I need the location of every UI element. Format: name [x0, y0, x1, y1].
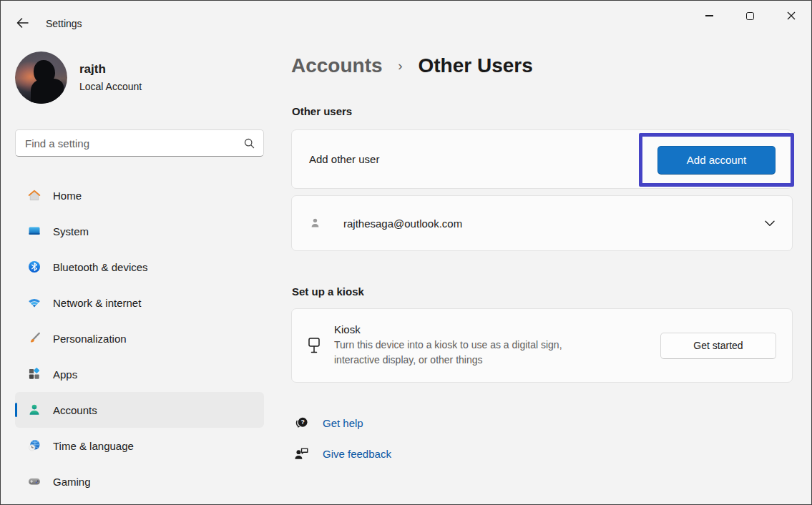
kiosk-heading: Set up a kiosk [292, 285, 364, 298]
sidebar-item-home[interactable]: Home [15, 177, 264, 213]
avatar [15, 52, 67, 104]
sidebar-item-label: Network & internet [53, 297, 141, 309]
profile-subtitle: Local Account [79, 81, 142, 92]
account-row[interactable]: rajthesaga@outlook.com [291, 195, 793, 251]
kiosk-description: Turn this device into a kiosk to use as … [334, 338, 600, 368]
annotation-highlight-box: Add account [639, 133, 794, 187]
get-started-button[interactable]: Get started [660, 333, 776, 359]
footer-links: ? Get help Give feedback [293, 414, 391, 476]
system-icon [27, 224, 41, 238]
kiosk-text-block: Kiosk Turn this device into a kiosk to u… [334, 323, 600, 368]
sidebar-item-label: System [53, 225, 89, 237]
give-feedback-row: Give feedback [293, 445, 391, 462]
add-account-button[interactable]: Add account [657, 146, 776, 175]
network-icon [27, 295, 41, 310]
sidebar-item-label: Apps [53, 368, 77, 381]
search-input[interactable] [16, 137, 244, 149]
personalization-icon [27, 331, 41, 345]
sidebar-item-network[interactable]: Network & internet [15, 285, 264, 320]
sidebar-item-accounts[interactable]: Accounts [15, 392, 264, 428]
add-other-user-card: Add other user Add account [291, 129, 793, 189]
sidebar-item-label: Gaming [53, 476, 91, 488]
sidebar-item-label: Home [53, 190, 82, 202]
kiosk-title: Kiosk [334, 323, 600, 335]
kiosk-card: Kiosk Turn this device into a kiosk to u… [291, 308, 793, 383]
help-bubble-icon: ? [293, 415, 310, 431]
sidebar-item-time-language[interactable]: Time & language [15, 428, 264, 464]
chevron-down-icon[interactable] [765, 220, 775, 227]
search-box [15, 129, 264, 157]
magnifier-icon [244, 138, 255, 149]
sidebar-item-bluetooth[interactable]: Bluetooth & devices [15, 249, 264, 285]
sidebar-item-apps[interactable]: Apps [15, 356, 264, 392]
feedback-person-icon [293, 446, 310, 461]
profile-name: rajth [79, 62, 106, 77]
add-other-user-label: Add other user [309, 153, 379, 165]
sidebar-item-label: Personalization [53, 333, 127, 345]
sidebar-item-label: Accounts [53, 404, 97, 416]
kiosk-icon [306, 337, 322, 354]
sidebar-item-label: Bluetooth & devices [53, 261, 148, 273]
page-title: Other Users [418, 54, 532, 77]
sidebar-item-personalization[interactable]: Personalization [15, 320, 264, 356]
apps-icon [27, 367, 41, 381]
accounts-icon [27, 403, 41, 417]
get-help-link[interactable]: Get help [323, 417, 363, 429]
window-title: Settings [46, 18, 82, 29]
gaming-icon [27, 474, 41, 489]
sidebar-item-system[interactable]: System [15, 213, 264, 249]
main-content: Accounts › Other Users Other users Add o… [291, 1, 793, 505]
give-feedback-link[interactable]: Give feedback [323, 448, 391, 460]
breadcrumb-separator: › [398, 58, 402, 73]
get-help-row: ? Get help [293, 414, 391, 431]
back-button[interactable] [11, 12, 34, 34]
bluetooth-icon [27, 260, 41, 274]
svg-text:?: ? [300, 418, 304, 426]
person-icon [308, 217, 322, 230]
sidebar-item-gaming[interactable]: Gaming [15, 464, 264, 499]
breadcrumb: Accounts › Other Users [291, 54, 533, 77]
breadcrumb-accounts[interactable]: Accounts [291, 54, 383, 77]
other-users-heading: Other users [292, 105, 352, 117]
sidebar-nav: Home System Bluetooth & devices Network … [15, 177, 264, 499]
settings-window: Settings rajth Local Account Home System [0, 0, 812, 505]
sidebar-item-label: Time & language [53, 440, 134, 452]
arrow-left-icon [16, 18, 29, 28]
account-email: rajthesaga@outlook.com [343, 217, 462, 230]
time-language-icon [27, 438, 41, 453]
home-icon [27, 188, 41, 202]
